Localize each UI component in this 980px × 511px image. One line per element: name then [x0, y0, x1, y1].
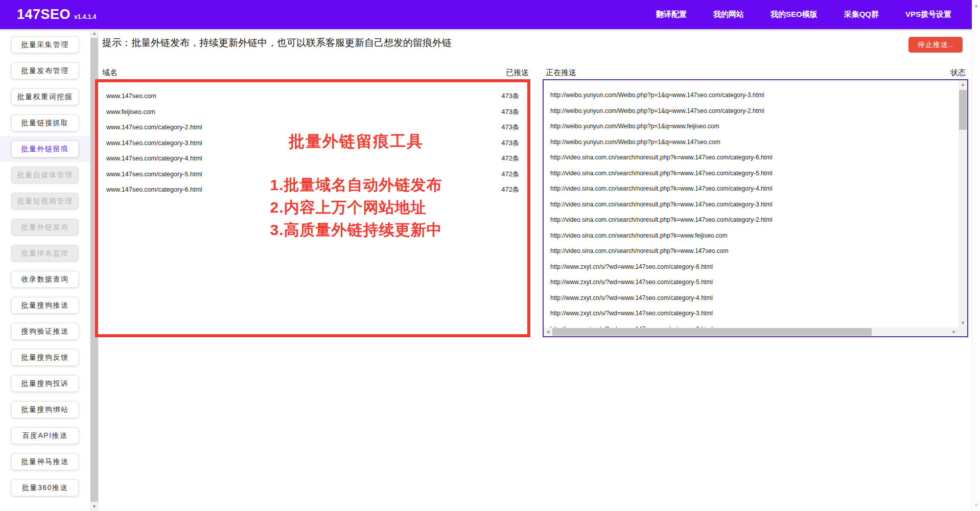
app-window: 147SEO v1.4.1.4 翻译配置 我的网站 我的SEO模版 采集QQ群 …	[0, 0, 980, 511]
pushing-url-list: http://weibo.yunyun.com/Weibo.php?p=1&q=…	[544, 80, 959, 337]
app-header: 147SEO v1.4.1.4 翻译配置 我的网站 我的SEO模版 采集QQ群 …	[0, 0, 972, 29]
domain-row[interactable]: www.147seo.com/category-6.html 472条	[98, 182, 527, 198]
sidebar-item[interactable]: 批量360推送	[11, 479, 79, 496]
sidebar-item[interactable]: 批量搜狗反馈	[11, 349, 79, 366]
pushed-column-header: 已推送	[478, 68, 529, 78]
domain-row[interactable]: www.147seo.com/category-4.html 472条	[98, 151, 527, 167]
sidebar-item[interactable]: 批量短视频管理	[11, 193, 79, 210]
panel-horizontal-scrollbar[interactable]: ◄ ►	[544, 328, 959, 336]
annotation-line: 2.内容上万个网站地址	[270, 196, 442, 219]
logo-group: 147SEO v1.4.1.4	[17, 7, 96, 22]
nav-item[interactable]: 翻译配置	[656, 10, 687, 19]
panel-vertical-scrollbar[interactable]: ▲ ▼	[959, 80, 967, 328]
domains-panel: www.147seo.com 473条 www.feijiseo.com 473…	[95, 79, 530, 337]
sidebar-item[interactable]: 批量排名监控	[11, 245, 79, 262]
pushing-url-row[interactable]: http://video.sina.com.cn/search/noresult…	[544, 166, 959, 181]
pushing-url-row[interactable]: http://video.sina.com.cn/search/noresult…	[544, 197, 959, 213]
domain-list: www.147seo.com 473条 www.feijiseo.com 473…	[98, 82, 527, 198]
sidebar-item-row: 批量搜狗投诉	[0, 370, 90, 397]
pushing-url-row[interactable]: http://www.zxyt.cn/s/?wd=www.147seo.com/…	[544, 306, 959, 321]
sidebar-item[interactable]: 批量链接抓取	[11, 114, 79, 131]
sidebar-item[interactable]: 批量采集管理	[11, 36, 79, 53]
nav-item[interactable]: 采集QQ群	[844, 10, 879, 19]
pushing-url-row[interactable]: http://video.sina.com.cn/search/noresult…	[544, 228, 959, 244]
nav-item[interactable]: VPS拨号设置	[905, 10, 951, 19]
sidebar-item-row: 批量排名监控	[0, 240, 90, 266]
sidebar-item-row: 批量发布管理	[0, 58, 90, 84]
pushed-count: 472条	[501, 170, 519, 179]
scrollbar-corner	[959, 328, 967, 336]
app-version: v1.4.1.4	[74, 13, 96, 20]
sidebar-item-row: 收录数据查询	[0, 266, 90, 292]
domains-column-header: 域名	[102, 68, 118, 78]
pushing-url-row[interactable]: http://www.zxyt.cn/s/?wd=www.147seo.com/…	[544, 259, 959, 275]
top-nav: 翻译配置 我的网站 我的SEO模版 采集QQ群 VPS拨号设置	[656, 10, 951, 19]
domain-name: www.147seo.com/category-4.html	[106, 155, 202, 162]
domain-row[interactable]: www.147seo.com/category-3.html 473条	[98, 135, 527, 151]
sidebar-item-row: 搜狗验证推送	[0, 318, 90, 344]
sidebar-item[interactable]: 批量搜狗投诉	[11, 375, 79, 392]
sidebar-item-row: 批量短视频管理	[0, 188, 90, 214]
sidebar-item[interactable]: 批量神马推送	[11, 453, 79, 470]
sidebar-item-row: 批量权重词挖掘	[0, 84, 90, 110]
pushing-url-row[interactable]: http://weibo.yunyun.com/Weibo.php?p=1&q=…	[544, 134, 959, 150]
stop-push-button[interactable]: 停止推送..	[908, 37, 963, 53]
scroll-down-icon[interactable]: ▼	[972, 501, 980, 509]
pushing-url-row[interactable]: http://www.zxyt.cn/s/?wd=www.147seo.com/…	[544, 274, 959, 290]
scroll-down-icon[interactable]: ▼	[959, 319, 967, 328]
scroll-up-icon[interactable]: ▲	[972, 2, 980, 10]
sidebar-item-row: 百度API推送	[0, 423, 90, 449]
pushing-url-row[interactable]: http://video.sina.com.cn/search/noresult…	[544, 181, 959, 197]
domain-row[interactable]: www.147seo.com/category-5.html 472条	[98, 167, 527, 182]
header-shadow	[0, 29, 972, 32]
domain-name: www.147seo.com/category-5.html	[106, 171, 202, 178]
app-logo: 147SEO	[17, 7, 71, 22]
status-column-header: 状态	[915, 68, 966, 78]
panel-hscrollbar-thumb[interactable]	[552, 328, 872, 336]
scroll-down-icon[interactable]: ▼	[90, 502, 99, 511]
scroll-up-icon[interactable]: ▲	[90, 29, 99, 38]
sidebar-item[interactable]: 批量外链留痕	[11, 141, 79, 157]
pushing-url-row[interactable]: http://video.sina.com.cn/search/noresult…	[544, 212, 959, 228]
sidebar-item-row: 批量外链发布	[0, 214, 90, 240]
panel-vscrollbar-thumb[interactable]	[959, 90, 967, 130]
sidebar-item-row: 批量外链留痕	[0, 136, 90, 162]
pushing-url-row[interactable]: http://www.zxyt.cn/s/?wd=www.147seo.com/…	[544, 290, 959, 306]
pushing-column-header: 正在推送	[546, 68, 576, 78]
scroll-left-icon[interactable]: ◄	[544, 328, 552, 336]
domain-name: www.147seo.com/category-6.html	[106, 186, 202, 193]
domain-name: www.147seo.com/category-3.html	[106, 140, 202, 147]
sidebar-item-row: 批量360推送	[0, 475, 90, 501]
pushing-url-row[interactable]: http://weibo.yunyun.com/Weibo.php?p=1&q=…	[544, 119, 959, 134]
nav-item[interactable]: 我的SEO模版	[771, 10, 818, 19]
sidebar-item[interactable]: 收录数据查询	[11, 271, 79, 288]
domain-row[interactable]: www.feijiseo.com 473条	[98, 104, 527, 120]
pushing-url-row[interactable]: http://weibo.yunyun.com/Weibo.php?p=1&q=…	[544, 103, 959, 119]
sidebar-item-row: 批量搜狗推送	[0, 292, 90, 318]
scroll-up-icon[interactable]: ▲	[959, 80, 967, 89]
sidebar-item[interactable]: 批量发布管理	[11, 62, 79, 79]
sidebar-item-row: 批量采集管理	[0, 32, 90, 58]
domain-row[interactable]: www.147seo.com 473条	[98, 88, 527, 104]
scroll-right-icon[interactable]: ►	[950, 328, 959, 336]
pushing-url-row[interactable]: http://weibo.yunyun.com/Weibo.php?p=1&q=…	[544, 87, 959, 103]
sidebar: 批量采集管理 批量发布管理 批量权重词挖掘 批量链接抓取 批量外链留痕 批量自媒…	[0, 29, 90, 511]
sidebar-item[interactable]: 批量外链发布	[11, 219, 79, 236]
sidebar-item[interactable]: 批量自媒体管理	[11, 167, 79, 183]
pushing-url-row[interactable]: http://video.sina.com.cn/search/noresult…	[544, 150, 959, 166]
sidebar-item[interactable]: 批量搜狗推送	[11, 297, 79, 314]
domain-name: www.147seo.com	[106, 92, 156, 100]
domain-name: www.feijiseo.com	[106, 108, 155, 115]
nav-item[interactable]: 我的网站	[713, 10, 744, 19]
sidebar-item[interactable]: 百度API推送	[11, 427, 79, 444]
sidebar-item-row: 批量搜狗绑站	[0, 397, 90, 423]
sidebar-item-row: 批量链接抓取	[0, 110, 90, 136]
pushing-url-row[interactable]: http://video.sina.com.cn/search/noresult…	[544, 243, 959, 259]
page-scrollbar[interactable]: ▲ ▼	[972, 0, 980, 511]
pushed-count: 473条	[501, 123, 519, 132]
sidebar-item[interactable]: 搜狗验证推送	[11, 323, 79, 340]
sidebar-item[interactable]: 批量搜狗绑站	[11, 401, 79, 418]
pushed-count: 473条	[501, 91, 519, 101]
domain-row[interactable]: www.147seo.com/category-2.html 473条	[98, 120, 527, 135]
sidebar-item[interactable]: 批量权重词挖掘	[11, 88, 79, 105]
